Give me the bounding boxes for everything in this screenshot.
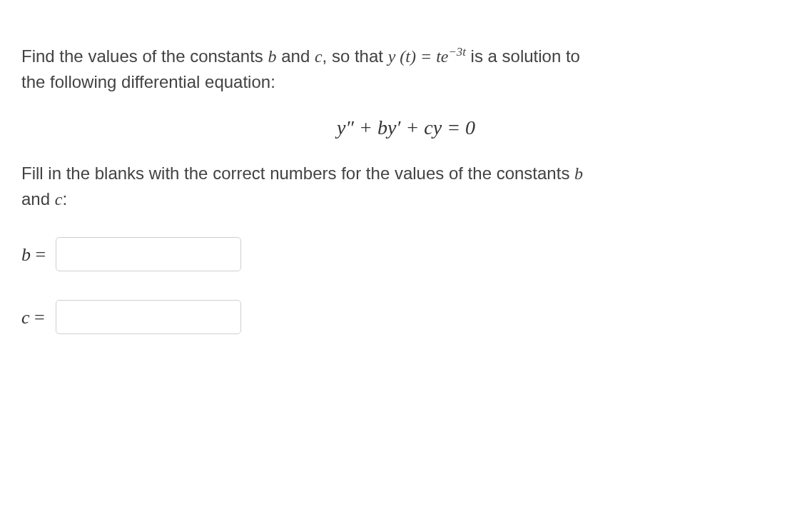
yt-exponent: −3t [448, 45, 465, 59]
question-text-and: and [277, 46, 315, 66]
fill-text-3: : [62, 189, 67, 209]
var-c: c [315, 47, 323, 66]
differential-equation: y″ + by′ + cy = 0 [21, 113, 791, 143]
fill-text-1: Fill in the blanks with the correct numb… [21, 164, 574, 183]
label-b-equals: = [31, 244, 46, 265]
yt-base: y (t) = te [388, 47, 449, 66]
question-text-3: is a solution to [466, 46, 580, 66]
label-b-var: b [21, 244, 31, 265]
answer-row-b: b = [21, 237, 791, 271]
question-text-line2: the following differential equation: [21, 72, 275, 91]
input-b[interactable] [56, 237, 241, 271]
input-c[interactable] [56, 300, 241, 334]
fill-var-c: c [55, 190, 63, 209]
fill-var-b: b [574, 164, 583, 183]
var-b: b [268, 47, 277, 66]
label-b: b = [21, 241, 50, 268]
solution-expr: y (t) = te−3t [388, 47, 466, 66]
answer-row-c: c = [21, 300, 791, 334]
fill-text-2: and [21, 189, 55, 209]
label-c-equals: = [30, 307, 45, 328]
question-prompt: Find the values of the constants b and c… [21, 43, 791, 95]
label-c: c = [21, 303, 50, 331]
label-c-var: c [21, 307, 30, 328]
question-text-1: Find the values of the constants [21, 46, 268, 66]
question-text-2: , so that [323, 46, 388, 66]
fill-instruction: Fill in the blanks with the correct numb… [21, 161, 791, 212]
